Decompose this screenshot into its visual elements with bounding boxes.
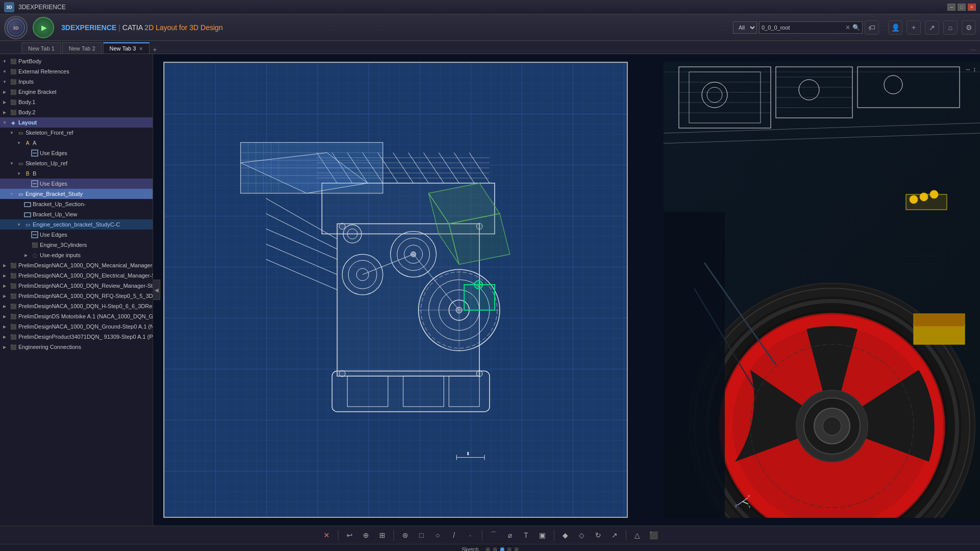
home-icon[interactable]: ⌂: [943, 20, 958, 35]
arc-tool[interactable]: ⌒: [486, 528, 501, 542]
tag-button[interactable]: 🏷: [865, 20, 879, 35]
expand-inputs[interactable]: ▼: [1, 78, 8, 85]
pattern-tool[interactable]: ⬛: [647, 528, 661, 542]
tree-item-body1[interactable]: ▶ ⬛ Body.1: [0, 97, 153, 107]
search-clear-icon[interactable]: ✕: [845, 24, 850, 31]
tree-item-use-edges-b[interactable]: ▶ Use Edges: [0, 179, 153, 189]
expand-engine-bracket[interactable]: ▶: [1, 88, 8, 95]
dot-tool[interactable]: ·: [463, 528, 478, 542]
tree-item-prelim-2[interactable]: ▶ ⬛ PrelimDesignNACA_1000_DQN_Electrical…: [0, 270, 153, 281]
tree-item-prelim-4[interactable]: ▶ ⬛ PrelimDesignNACA_1000_DQN_RFQ-Step0_…: [0, 291, 153, 301]
page-dot-5[interactable]: [514, 547, 519, 552]
expand-prelim-7[interactable]: ▶: [1, 323, 8, 330]
play-button[interactable]: [33, 17, 54, 38]
tree-item-bracket-up-view[interactable]: ▶ Bracket_Up_View: [0, 209, 153, 219]
collapse-sidebar-arrow[interactable]: ◀: [153, 280, 160, 300]
expand-prelim-2[interactable]: ▶: [1, 272, 8, 279]
tree-item-partbody[interactable]: ▼ ⬛ PartBody: [0, 56, 153, 66]
tree-item-engine-bracket-study[interactable]: ▼ ▭ Engine_Bracket_Study: [0, 189, 153, 199]
expand-ext-refs[interactable]: ▼: [1, 68, 8, 75]
expand-use-edge-inputs[interactable]: ▶: [22, 252, 30, 259]
trim-tool[interactable]: ↻: [591, 528, 605, 542]
tree-item-prelim-1[interactable]: ▶ ⬛ PrelimDesignNACA_1000_DQN_Mecanical_…: [0, 260, 153, 270]
tree-item-prelim-7[interactable]: ▶ ⬛ PrelimDesignNACA_1000_DQN_Ground-Ste…: [0, 321, 153, 332]
expand-engineering-connections[interactable]: ▶: [1, 343, 8, 350]
tree-item-prelim-3[interactable]: ▶ ⬛ PrelimDesignNACA_1000_DQN_Review_Man…: [0, 281, 153, 291]
copy-tool[interactable]: ⊕: [359, 528, 373, 542]
tab-close-icon[interactable]: ✕: [139, 46, 143, 52]
tree-item-engine-3cylinders[interactable]: ▶ ⬛ Engine_3Cylinders: [0, 240, 153, 250]
tree-item-bracket-up-section[interactable]: ▶ Bracket_Up_Section-: [0, 199, 153, 209]
circle-tool[interactable]: ○: [431, 528, 445, 542]
share-icon[interactable]: ↗: [925, 20, 939, 35]
page-dot-4[interactable]: [507, 547, 511, 552]
tab-new-tab-1[interactable]: New Tab 1: [21, 42, 61, 54]
viewport-expand-icon[interactable]: ↔ ↕: [965, 66, 976, 73]
expand-prelim-6[interactable]: ▶: [1, 313, 8, 320]
erase-tool[interactable]: ◇: [575, 528, 589, 542]
sketch-tool[interactable]: ⊞: [375, 528, 389, 542]
extend-tool[interactable]: ↗: [607, 528, 622, 542]
expand-skeleton-front[interactable]: ▼: [8, 129, 15, 136]
settings-icon[interactable]: ⚙: [962, 20, 976, 35]
tree-item-prelim-6[interactable]: ▶ ⬛ PrelimDesignDS Motorbike A.1 (NACA_1…: [0, 311, 153, 321]
tree-item-skeleton-up[interactable]: ▼ ▭ Skeleton_Up_ref: [0, 158, 153, 168]
canvas-area[interactable]: ◀: [153, 54, 980, 525]
expand-prelim-1[interactable]: ▶: [1, 262, 8, 269]
tree-item-a[interactable]: ▼ A A: [0, 138, 153, 148]
tree-item-prelim-8[interactable]: ▶ ⬛ PrelimDesignProduct34071DQN_ 91309-S…: [0, 332, 153, 342]
tree-item-layout[interactable]: ▼ ◈ Layout: [0, 117, 153, 128]
fillet-tool[interactable]: △: [630, 528, 645, 542]
tree-item-inputs[interactable]: ▼ ⬛ Inputs: [0, 77, 153, 87]
expand-prelim-5[interactable]: ▶: [1, 303, 8, 310]
tree-item-b[interactable]: ▼ B B: [0, 168, 153, 179]
tree-item-use-edges-engine[interactable]: ▶ Use Edges: [0, 230, 153, 240]
page-dot-3-active[interactable]: [500, 547, 504, 552]
search-scope-dropdown[interactable]: All: [733, 21, 757, 34]
text-tool[interactable]: T: [519, 528, 533, 542]
tree-item-external-references[interactable]: ▼ ⬛ External References: [0, 66, 153, 77]
expand-skeleton-up[interactable]: ▼: [8, 160, 15, 167]
expand-prelim-4[interactable]: ▶: [1, 292, 8, 299]
tree-item-body2[interactable]: ▶ ⬛ Body.2: [0, 107, 153, 117]
tree-item-prelim-5[interactable]: ▶ ⬛ PrelimDesignNACA_1000_DQN_H-Step0_6_…: [0, 301, 153, 311]
expand-body2[interactable]: ▶: [1, 109, 8, 116]
expand-a[interactable]: ▼: [15, 139, 22, 146]
escape-tool[interactable]: ✕: [320, 528, 334, 542]
rect-tool[interactable]: □: [414, 528, 429, 542]
tab-expand-icon[interactable]: ⋯: [970, 46, 976, 54]
page-dot-2[interactable]: [493, 547, 497, 552]
expand-b[interactable]: ▼: [15, 170, 22, 177]
tree-item-use-edge-inputs[interactable]: ▶ ◌ Use-edge inputs: [0, 250, 153, 260]
minimize-button[interactable]: ─: [947, 4, 955, 11]
line-tool[interactable]: /: [447, 528, 461, 542]
close-button[interactable]: ✕: [968, 4, 976, 11]
constrain-tool[interactable]: ◆: [558, 528, 573, 542]
point-tool[interactable]: ⊛: [398, 528, 412, 542]
expand-partbody[interactable]: ▼: [1, 58, 8, 65]
select-tool[interactable]: ↩: [342, 528, 357, 542]
expand-layout[interactable]: ▼: [1, 119, 8, 126]
expand-engine-bracket-study[interactable]: ▼: [8, 190, 15, 197]
tree-item-engineering-connections[interactable]: ▶ ⬛ Engineering Connections: [0, 342, 153, 352]
expand-body1[interactable]: ▶: [1, 98, 8, 106]
dimension-tool[interactable]: ▣: [535, 528, 550, 542]
maximize-button[interactable]: □: [958, 4, 966, 11]
tab-new-tab-3[interactable]: New Tab 3 ✕: [103, 42, 150, 54]
add-icon[interactable]: ＋: [906, 20, 921, 35]
spline-tool[interactable]: ⌀: [503, 528, 517, 542]
page-dot-1[interactable]: [486, 547, 490, 552]
tab-new-tab-2[interactable]: New Tab 2: [62, 42, 102, 54]
tree-item-engine-bracket[interactable]: ▶ ⬛ Engine Bracket: [0, 87, 153, 97]
main-viewport: ↕: [163, 62, 628, 518]
search-input[interactable]: [762, 24, 843, 31]
tree-item-use-edges-a[interactable]: ▶ Use Edges: [0, 148, 153, 158]
tree-item-skeleton-front[interactable]: ▼ ▭ Skeleton_Front_ref: [0, 128, 153, 138]
user-icon[interactable]: 👤: [888, 20, 902, 35]
search-icon[interactable]: 🔍: [852, 24, 860, 31]
expand-engine-section-bracket[interactable]: ▼: [15, 221, 22, 228]
tab-add-button[interactable]: +: [153, 45, 157, 54]
tree-item-engine-section-bracket[interactable]: ▼ ▭ Engine_section_bracket_StudyC-C: [0, 219, 153, 230]
expand-prelim-3[interactable]: ▶: [1, 282, 8, 289]
expand-prelim-8[interactable]: ▶: [1, 333, 8, 340]
